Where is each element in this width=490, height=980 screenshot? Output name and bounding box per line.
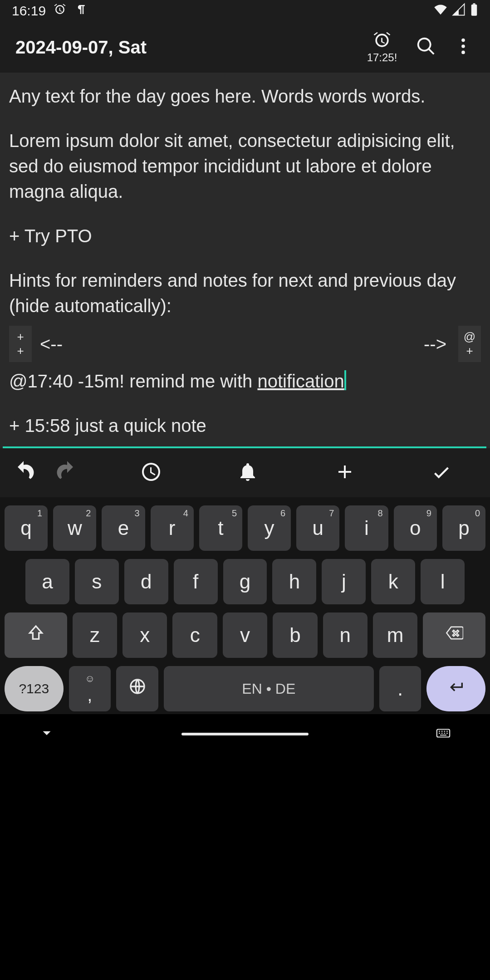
key-hint: 4 [183, 508, 188, 519]
key-i[interactable]: i8 [345, 505, 388, 551]
key-m[interactable]: m [373, 612, 417, 658]
note-paragraph: Lorem ipsum dolor sit amet, consectetur … [9, 128, 481, 204]
app-bar: 2024-09-07, Sat 17:25! [0, 22, 490, 73]
key-d[interactable]: d [124, 559, 168, 604]
comma-key[interactable]: ☺ , [69, 666, 111, 711]
previous-day-arrow[interactable]: <-- [40, 331, 63, 357]
key-o[interactable]: o9 [394, 505, 437, 551]
key-p[interactable]: p0 [442, 505, 485, 551]
home-handle[interactable] [181, 733, 309, 735]
page-title: 2024-09-07, Sat [15, 37, 359, 58]
svg-rect-0 [471, 4, 477, 15]
edit-toolbar [0, 448, 490, 497]
search-button[interactable] [407, 22, 445, 73]
key-s[interactable]: s [75, 559, 119, 604]
editor-focus-underline [3, 446, 486, 448]
plus-icon: + [17, 344, 24, 358]
plus-icon: + [466, 344, 473, 358]
key-hint: 3 [134, 508, 139, 519]
svg-rect-1 [473, 3, 475, 5]
keyboard-switcher-button[interactable] [436, 725, 451, 743]
note-task: + Try PTO [9, 223, 481, 249]
key-hint: 7 [329, 508, 334, 519]
key-f[interactable]: f [174, 559, 218, 604]
period-key[interactable]: . [379, 666, 421, 711]
svg-point-2 [461, 39, 465, 42]
symbols-key[interactable]: ?123 [5, 666, 64, 711]
key-hint: 5 [232, 508, 237, 519]
key-y[interactable]: y6 [248, 505, 291, 551]
key-j[interactable]: j [322, 559, 366, 604]
language-key[interactable] [116, 666, 158, 711]
plus-icon [334, 461, 356, 485]
key-z[interactable]: z [73, 612, 117, 658]
key-h[interactable]: h [272, 559, 316, 604]
backspace-icon [445, 624, 463, 647]
key-q[interactable]: q1 [5, 505, 48, 551]
alarm-icon [53, 3, 67, 20]
globe-icon [128, 677, 147, 700]
left-add-handle[interactable]: + + [9, 326, 32, 362]
note-paragraph: Any text for the day goes here. Words wo… [9, 83, 481, 109]
key-v[interactable]: v [223, 612, 267, 658]
soft-keyboard: q1w2e3r4t5y6u7i8o9p0 asdfghjkl z x c v b… [0, 497, 490, 714]
key-l[interactable]: l [421, 559, 465, 604]
key-a[interactable]: a [25, 559, 69, 604]
done-button[interactable] [393, 448, 490, 497]
key-x[interactable]: x [122, 612, 167, 658]
key-e[interactable]: e3 [102, 505, 145, 551]
svg-point-4 [461, 51, 465, 54]
key-b[interactable]: b [273, 612, 317, 658]
space-key[interactable]: EN • DE [164, 666, 374, 711]
insert-time-button[interactable] [103, 448, 200, 497]
key-hint: 6 [280, 508, 285, 519]
at-icon: @ [464, 330, 475, 344]
note-paragraph: Hints for reminders and notes for next a… [9, 268, 481, 318]
key-u[interactable]: u7 [296, 505, 339, 551]
next-alarm-time: 17:25! [367, 51, 397, 64]
text-caret [344, 370, 346, 390]
right-add-handle[interactable]: @ + [458, 326, 481, 362]
key-w[interactable]: w2 [53, 505, 96, 551]
pilcrow-icon [74, 3, 88, 20]
note-reminder-line: @17:40 -15m! remind me with notification [9, 368, 481, 394]
cellular-icon [452, 3, 466, 20]
note-editor[interactable]: Any text for the day goes here. Words wo… [0, 73, 490, 443]
key-g[interactable]: g [223, 559, 267, 604]
key-k[interactable]: k [371, 559, 415, 604]
shift-key[interactable] [5, 612, 67, 658]
key-hint: 2 [86, 508, 91, 519]
add-button[interactable] [296, 448, 393, 497]
backspace-key[interactable] [423, 612, 485, 658]
more-vertical-icon [453, 36, 474, 59]
next-day-arrow[interactable]: --> [424, 331, 446, 357]
wifi-icon [434, 3, 447, 20]
key-hint: 1 [37, 508, 42, 519]
enter-icon [447, 677, 465, 700]
plus-icon: + [17, 330, 24, 344]
redo-button[interactable] [55, 460, 79, 485]
search-icon [416, 36, 436, 59]
hide-keyboard-button[interactable] [39, 725, 54, 743]
key-t[interactable]: t5 [199, 505, 242, 551]
key-c[interactable]: c [172, 612, 217, 658]
key-n[interactable]: n [323, 612, 368, 658]
bell-icon [237, 461, 259, 485]
insert-reminder-button[interactable] [200, 448, 297, 497]
key-hint: 9 [426, 508, 431, 519]
overflow-menu-button[interactable] [445, 22, 482, 73]
shift-icon [27, 624, 45, 647]
status-time: 16:19 [12, 3, 46, 19]
day-switcher-row: + + <-- --> @ + [9, 326, 481, 362]
next-alarm-indicator[interactable]: 17:25! [359, 22, 405, 73]
clock-icon [372, 30, 392, 52]
enter-key[interactable] [426, 666, 485, 711]
battery-icon [470, 3, 478, 20]
undo-button[interactable] [12, 460, 35, 485]
check-icon [431, 461, 452, 485]
system-nav-bar [0, 714, 490, 754]
clock-icon [140, 461, 162, 485]
note-timestamped-line: + 15:58 just a quick note [9, 413, 481, 438]
key-r[interactable]: r4 [151, 505, 194, 551]
status-bar: 16:19 [0, 0, 490, 22]
